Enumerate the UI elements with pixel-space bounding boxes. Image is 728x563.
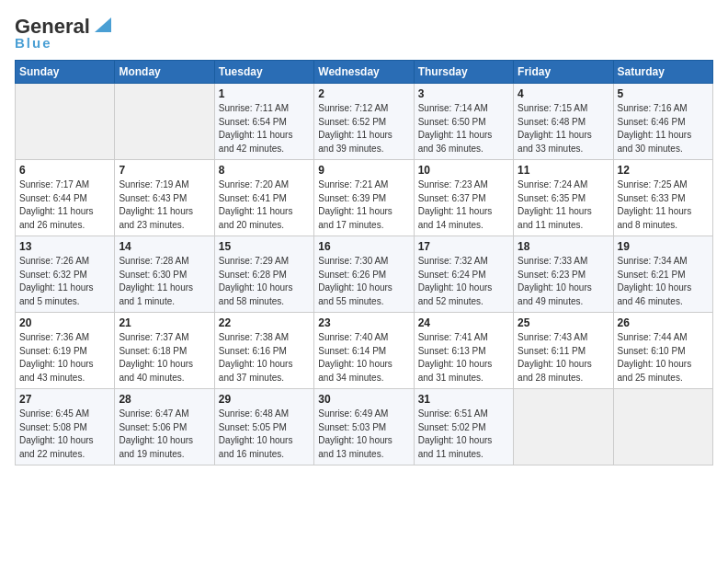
calendar-cell: 8Sunrise: 7:20 AM Sunset: 6:41 PM Daylig…	[214, 160, 313, 236]
day-number: 30	[318, 393, 409, 406]
day-info: Sunrise: 7:14 AM Sunset: 6:50 PM Dayligh…	[418, 102, 509, 155]
day-info: Sunrise: 7:12 AM Sunset: 6:52 PM Dayligh…	[318, 102, 409, 155]
calendar-week-row: 6Sunrise: 7:17 AM Sunset: 6:44 PM Daylig…	[16, 160, 713, 236]
calendar-cell: 24Sunrise: 7:41 AM Sunset: 6:13 PM Dayli…	[414, 313, 513, 389]
calendar-cell: 23Sunrise: 7:40 AM Sunset: 6:14 PM Dayli…	[314, 313, 414, 389]
day-of-week-header: Monday	[115, 61, 214, 84]
calendar-cell: 13Sunrise: 7:26 AM Sunset: 6:32 PM Dayli…	[16, 236, 115, 313]
day-number: 6	[19, 164, 110, 177]
day-of-week-header: Tuesday	[214, 61, 313, 84]
calendar-cell: 14Sunrise: 7:28 AM Sunset: 6:30 PM Dayli…	[115, 236, 214, 313]
calendar-cell: 7Sunrise: 7:19 AM Sunset: 6:43 PM Daylig…	[115, 160, 214, 236]
calendar-body: 1Sunrise: 7:11 AM Sunset: 6:54 PM Daylig…	[16, 84, 713, 465]
day-info: Sunrise: 7:24 AM Sunset: 6:35 PM Dayligh…	[518, 178, 609, 232]
calendar-week-row: 27Sunrise: 6:45 AM Sunset: 5:08 PM Dayli…	[16, 389, 713, 465]
day-number: 10	[418, 164, 509, 177]
svg-marker-0	[95, 17, 111, 32]
day-info: Sunrise: 7:23 AM Sunset: 6:37 PM Dayligh…	[418, 178, 509, 232]
day-info: Sunrise: 7:38 AM Sunset: 6:16 PM Dayligh…	[219, 331, 310, 385]
day-number: 22	[219, 316, 310, 329]
calendar-cell: 6Sunrise: 7:17 AM Sunset: 6:44 PM Daylig…	[16, 160, 115, 236]
calendar-cell: 27Sunrise: 6:45 AM Sunset: 5:08 PM Dayli…	[16, 389, 115, 465]
day-info: Sunrise: 7:41 AM Sunset: 6:13 PM Dayligh…	[418, 331, 509, 385]
calendar-cell	[613, 389, 712, 465]
day-number: 12	[618, 164, 709, 177]
day-info: Sunrise: 7:16 AM Sunset: 6:46 PM Dayligh…	[618, 102, 709, 155]
day-info: Sunrise: 7:26 AM Sunset: 6:32 PM Dayligh…	[19, 255, 110, 308]
day-number: 5	[618, 87, 709, 100]
day-info: Sunrise: 6:45 AM Sunset: 5:08 PM Dayligh…	[19, 408, 110, 461]
calendar-cell: 20Sunrise: 7:36 AM Sunset: 6:19 PM Dayli…	[16, 313, 115, 389]
day-number: 21	[119, 316, 210, 329]
calendar-cell: 16Sunrise: 7:30 AM Sunset: 6:26 PM Dayli…	[314, 236, 414, 313]
calendar-week-row: 13Sunrise: 7:26 AM Sunset: 6:32 PM Dayli…	[16, 236, 713, 313]
day-number: 31	[418, 393, 509, 406]
calendar-cell: 30Sunrise: 6:49 AM Sunset: 5:03 PM Dayli…	[314, 389, 414, 465]
day-info: Sunrise: 7:29 AM Sunset: 6:28 PM Dayligh…	[219, 255, 310, 308]
logo-blue-text: Blue	[15, 35, 52, 51]
day-of-week-header: Friday	[514, 61, 613, 84]
calendar-cell: 28Sunrise: 6:47 AM Sunset: 5:06 PM Dayli…	[115, 389, 214, 465]
calendar-cell: 2Sunrise: 7:12 AM Sunset: 6:52 PM Daylig…	[314, 84, 414, 160]
calendar-cell: 29Sunrise: 6:48 AM Sunset: 5:05 PM Dayli…	[214, 389, 313, 465]
day-number: 1	[219, 87, 310, 100]
calendar-cell: 10Sunrise: 7:23 AM Sunset: 6:37 PM Dayli…	[414, 160, 513, 236]
day-info: Sunrise: 7:28 AM Sunset: 6:30 PM Dayligh…	[119, 255, 210, 308]
day-number: 4	[518, 87, 609, 100]
calendar-cell: 19Sunrise: 7:34 AM Sunset: 6:21 PM Dayli…	[613, 236, 712, 313]
calendar-cell: 4Sunrise: 7:15 AM Sunset: 6:48 PM Daylig…	[514, 84, 613, 160]
day-number: 15	[219, 240, 310, 253]
calendar-cell: 12Sunrise: 7:25 AM Sunset: 6:33 PM Dayli…	[613, 160, 712, 236]
calendar-cell: 11Sunrise: 7:24 AM Sunset: 6:35 PM Dayli…	[514, 160, 613, 236]
day-info: Sunrise: 7:17 AM Sunset: 6:44 PM Dayligh…	[19, 178, 110, 232]
day-info: Sunrise: 6:51 AM Sunset: 5:02 PM Dayligh…	[418, 408, 509, 461]
day-number: 8	[219, 164, 310, 177]
calendar-cell: 5Sunrise: 7:16 AM Sunset: 6:46 PM Daylig…	[613, 84, 712, 160]
day-info: Sunrise: 7:44 AM Sunset: 6:10 PM Dayligh…	[618, 331, 709, 385]
calendar-cell	[514, 389, 613, 465]
calendar-cell: 17Sunrise: 7:32 AM Sunset: 6:24 PM Dayli…	[414, 236, 513, 313]
day-info: Sunrise: 7:19 AM Sunset: 6:43 PM Dayligh…	[119, 178, 210, 232]
day-info: Sunrise: 7:30 AM Sunset: 6:26 PM Dayligh…	[318, 255, 409, 308]
day-info: Sunrise: 6:48 AM Sunset: 5:05 PM Dayligh…	[219, 408, 310, 461]
day-number: 17	[418, 240, 509, 253]
calendar-cell: 22Sunrise: 7:38 AM Sunset: 6:16 PM Dayli…	[214, 313, 313, 389]
day-number: 19	[618, 240, 709, 253]
day-number: 14	[119, 240, 210, 253]
day-info: Sunrise: 7:33 AM Sunset: 6:23 PM Dayligh…	[518, 255, 609, 308]
logo: General Blue	[15, 15, 111, 51]
day-of-week-header: Thursday	[414, 61, 513, 84]
calendar-cell: 21Sunrise: 7:37 AM Sunset: 6:18 PM Dayli…	[115, 313, 214, 389]
day-info: Sunrise: 7:40 AM Sunset: 6:14 PM Dayligh…	[318, 331, 409, 385]
calendar-table: SundayMondayTuesdayWednesdayThursdayFrid…	[15, 60, 713, 465]
logo-arrow-icon	[91, 16, 111, 36]
calendar-cell: 18Sunrise: 7:33 AM Sunset: 6:23 PM Dayli…	[514, 236, 613, 313]
day-info: Sunrise: 7:15 AM Sunset: 6:48 PM Dayligh…	[518, 102, 609, 155]
day-of-week-header: Sunday	[16, 61, 115, 84]
day-number: 20	[19, 316, 110, 329]
day-number: 28	[119, 393, 210, 406]
day-number: 16	[318, 240, 409, 253]
day-of-week-header: Wednesday	[314, 61, 414, 84]
calendar-cell: 25Sunrise: 7:43 AM Sunset: 6:11 PM Dayli…	[514, 313, 613, 389]
day-info: Sunrise: 7:32 AM Sunset: 6:24 PM Dayligh…	[418, 255, 509, 308]
page-header: General Blue	[15, 15, 713, 51]
day-number: 23	[318, 316, 409, 329]
day-info: Sunrise: 6:47 AM Sunset: 5:06 PM Dayligh…	[119, 408, 210, 461]
day-number: 11	[518, 164, 609, 177]
day-info: Sunrise: 7:43 AM Sunset: 6:11 PM Dayligh…	[518, 331, 609, 385]
day-info: Sunrise: 7:20 AM Sunset: 6:41 PM Dayligh…	[219, 178, 310, 232]
day-number: 18	[518, 240, 609, 253]
calendar-cell	[115, 84, 214, 160]
day-number: 25	[518, 316, 609, 329]
day-number: 26	[618, 316, 709, 329]
day-number: 13	[19, 240, 110, 253]
calendar-cell: 31Sunrise: 6:51 AM Sunset: 5:02 PM Dayli…	[414, 389, 513, 465]
day-info: Sunrise: 7:34 AM Sunset: 6:21 PM Dayligh…	[618, 255, 709, 308]
day-number: 24	[418, 316, 509, 329]
calendar-header-row: SundayMondayTuesdayWednesdayThursdayFrid…	[16, 61, 713, 84]
calendar-cell: 9Sunrise: 7:21 AM Sunset: 6:39 PM Daylig…	[314, 160, 414, 236]
calendar-cell: 15Sunrise: 7:29 AM Sunset: 6:28 PM Dayli…	[214, 236, 313, 313]
day-number: 9	[318, 164, 409, 177]
day-info: Sunrise: 7:36 AM Sunset: 6:19 PM Dayligh…	[19, 331, 110, 385]
